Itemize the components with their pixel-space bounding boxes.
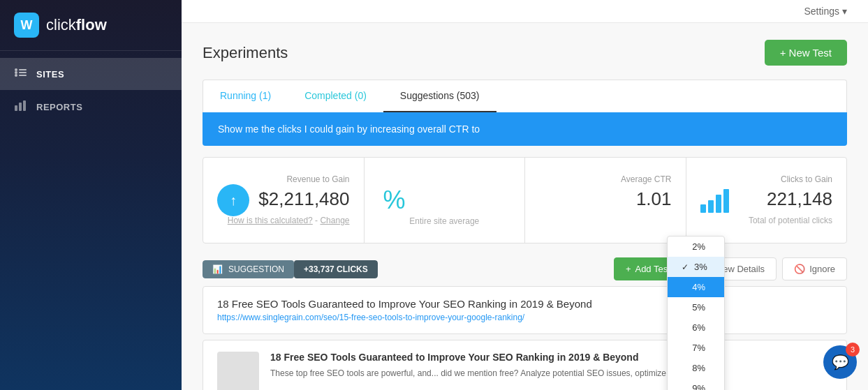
stats-row: ↑ Revenue to Gain $2,211,480 How is this… [203, 157, 847, 243]
bar-chart-icon [14, 100, 27, 114]
tab-completed[interactable]: Completed (0) [288, 80, 383, 112]
tab-running[interactable]: Running (1) [203, 80, 288, 112]
no-check-highlighted [682, 282, 686, 292]
sidebar: W clickflow SITES [0, 0, 182, 390]
dropdown-item-2[interactable]: 2% [668, 237, 724, 257]
content-area: Experiments + New Test Running (1) Compl… [182, 23, 868, 390]
svg-rect-5 [19, 75, 27, 76]
preview-text: These top free SEO tools are powerful, a… [270, 367, 832, 380]
check-icon: ✓ [682, 262, 689, 272]
ignore-icon: 🚫 [794, 264, 805, 274]
settings-button[interactable]: Settings ▾ [804, 6, 847, 17]
no-check-5 [682, 302, 686, 313]
suggestion-badge-row: 📊 SUGGESTION +33,737 CLICKS [203, 260, 378, 278]
arrow-up-icon: ↑ [217, 184, 249, 216]
dropdown-item-9[interactable]: 9% [668, 378, 724, 390]
suggestion-title: 18 Free SEO Tools Guaranteed to Improve … [217, 298, 832, 310]
percent-icon: % [378, 184, 411, 216]
stat-clicks-to-gain: Clicks to Gain 221,148 Total of potentia… [686, 158, 847, 243]
main-content: Settings ▾ Experiments + New Test Runnin… [182, 0, 868, 390]
stat-percent: % Entire site average [365, 158, 526, 243]
sidebar-item-sites[interactable]: SITES [0, 58, 182, 90]
percentage-dropdown: 2% ✓ 3% 4% 5% 6% 7% [667, 236, 725, 390]
how-calculated-link[interactable]: How is this calculated? [228, 216, 313, 225]
svg-point-1 [15, 71, 17, 74]
dropdown-item-6[interactable]: 6% [668, 317, 724, 338]
chart-icon: 📊 [212, 264, 223, 274]
tabs-container: Running (1) Completed (0) Suggestions (5… [203, 80, 847, 112]
dropdown-item-5[interactable]: 5% [668, 297, 724, 317]
ignore-button[interactable]: 🚫 Ignore [782, 257, 847, 280]
chevron-down-icon: ▾ [842, 6, 847, 17]
clicks-badge: +33,737 CLICKS [294, 260, 378, 278]
chat-button[interactable]: 💬 3 [823, 345, 857, 379]
logo-text: clickflow [46, 16, 107, 34]
svg-rect-7 [19, 103, 22, 111]
dropdown-item-4[interactable]: 4% [668, 277, 724, 297]
bar-chart-stat-icon [700, 188, 729, 213]
new-test-button[interactable]: + New Test [765, 40, 847, 66]
svg-rect-8 [23, 100, 26, 111]
logo-icon: W [14, 13, 39, 38]
sidebar-nav: SITES REPORTS [0, 51, 182, 123]
dropdown-item-8[interactable]: 8% [668, 358, 724, 378]
preview-thumbnail [217, 352, 259, 390]
no-check-7 [682, 343, 686, 353]
no-check-6 [682, 322, 686, 333]
suggestion-header: 📊 SUGGESTION +33,737 CLICKS + Add Test 📄… [203, 257, 847, 280]
no-check-8 [682, 363, 686, 373]
dropdown-item-7[interactable]: 7% [668, 338, 724, 358]
experiments-header: Experiments + New Test [203, 40, 847, 66]
suggestion-card: 18 Free SEO Tools Guaranteed to Improve … [203, 286, 847, 334]
svg-point-0 [15, 68, 17, 71]
plus-icon: + [626, 264, 631, 274]
sidebar-item-reports[interactable]: REPORTS [0, 90, 182, 123]
dropdown-item-3[interactable]: ✓ 3% [668, 257, 724, 277]
suggestion-badge: 📊 SUGGESTION [203, 260, 294, 278]
suggestion-url[interactable]: https://www.singlegrain.com/seo/15-free-… [217, 313, 832, 322]
badge-container: 📊 SUGGESTION +33,737 CLICKS [203, 260, 378, 278]
preview-content: 18 Free SEO Tools Guaranteed to Improve … [270, 352, 832, 390]
logo-area: W clickflow [0, 0, 182, 51]
list-icon [14, 68, 27, 80]
chat-icon: 💬 [832, 354, 849, 370]
suggestion-preview: 18 Free SEO Tools Guaranteed to Improve … [203, 340, 847, 390]
svg-rect-6 [15, 105, 17, 111]
revenue-sub: How is this calculated? - Change [217, 216, 350, 225]
change-link[interactable]: Change [320, 216, 349, 225]
no-check-9 [682, 383, 686, 390]
chat-notification-badge: 3 [846, 343, 860, 357]
svg-point-2 [15, 74, 17, 77]
stat-average-ctr: Average CTR 1.01 [525, 158, 686, 243]
sidebar-reports-label: REPORTS [36, 102, 82, 112]
svg-rect-4 [19, 72, 27, 73]
page-title: Experiments [203, 44, 288, 62]
stat-revenue: ↑ Revenue to Gain $2,211,480 How is this… [203, 158, 365, 243]
ctr-banner: Show me the clicks I could gain by incre… [203, 112, 847, 146]
tab-suggestions[interactable]: Suggestions (503) [383, 80, 496, 112]
preview-title: 18 Free SEO Tools Guaranteed to Improve … [270, 352, 832, 363]
suggestion-actions: + Add Test 📄 View Details 🚫 Ignore [614, 257, 847, 280]
entire-site-label: Entire site average [378, 216, 511, 226]
top-bar: Settings ▾ [182, 0, 868, 23]
sidebar-sites-label: SITES [36, 69, 64, 80]
no-check [682, 241, 686, 252]
svg-rect-3 [19, 69, 27, 70]
